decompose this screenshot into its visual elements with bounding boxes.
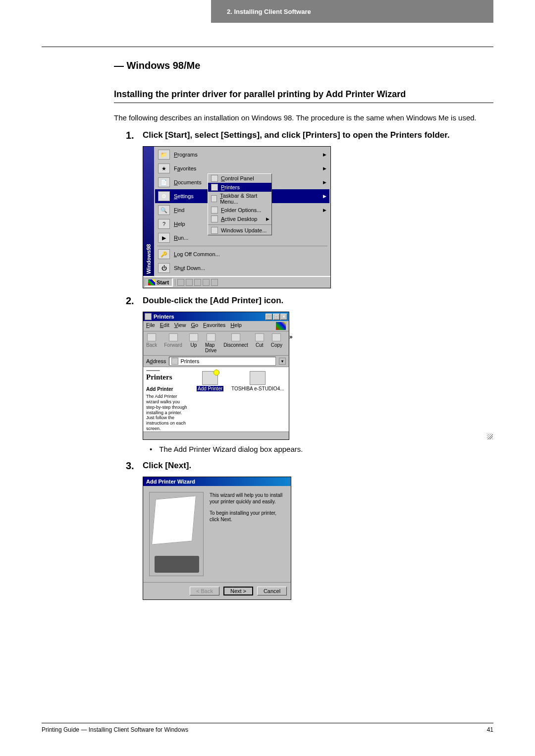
tray-icon[interactable] (203, 279, 210, 286)
start-button[interactable]: Start (144, 278, 173, 287)
control-panel-icon (211, 175, 218, 182)
back-button: < Back (190, 587, 219, 595)
address-folder-icon (171, 358, 178, 365)
start-button-label: Start (157, 279, 169, 285)
submenu-arrow-icon: ▶ (323, 166, 326, 171)
cancel-button[interactable]: Cancel (257, 587, 287, 595)
submenu-printers[interactable]: Printers (208, 183, 271, 192)
screenshot-start-menu: Windows98 📁Programs▶ ★Favorites▶ 📄Docume… (143, 146, 331, 288)
toolbar: Back Forward Up Map Drive Disconnect Cut… (143, 331, 289, 356)
address-value: Printers (180, 358, 199, 364)
submenu-control-panel-label: Control Panel (221, 175, 254, 181)
step-2: 2. Double-click the [Add Printer] icon. (126, 295, 493, 307)
address-dropdown-icon[interactable]: ▼ (279, 358, 286, 365)
menu-logoff[interactable]: 🔑Log Off Common... (155, 247, 329, 261)
rule-top (42, 47, 493, 47)
toolbar-copy-label: Copy (271, 342, 282, 348)
menubar: File Edit View Go Favorites Help (143, 321, 289, 331)
submenu-taskbar[interactable]: Taskbar & Start Menu... (208, 192, 271, 206)
submenu-folder-options[interactable]: Folder Options... (208, 206, 271, 215)
toolbar-cut-label: Cut (256, 342, 264, 348)
add-printer-icon-item[interactable]: Add Printer (197, 371, 223, 391)
taskbar-icon (211, 195, 217, 202)
toolbar-overflow-icon[interactable]: » (289, 333, 293, 353)
settings-submenu: Control Panel Printers Taskbar & Start M… (208, 173, 272, 235)
step-2-bullet-text: The Add Printer Wizard dialog box appear… (159, 445, 303, 453)
menu-programs[interactable]: 📁Programs▶ (155, 148, 329, 162)
toolbar-back[interactable]: Back (146, 333, 157, 353)
menu-edit[interactable]: Edit (160, 322, 169, 330)
taskbar: Start (143, 276, 330, 288)
menu-go[interactable]: Go (191, 322, 198, 330)
submenu-arrow-icon: ▶ (323, 208, 326, 213)
back-arrow-icon (147, 333, 156, 341)
next-button[interactable]: Next > (223, 587, 253, 595)
logoff-icon: 🔑 (158, 249, 170, 259)
step-1-text: Click [Start], select [Settings], and cl… (143, 130, 450, 141)
menu-documents-label: Documents (174, 179, 202, 185)
wizard-text: This wizard will help you to install you… (210, 492, 285, 576)
submenu-printers-label: Printers (221, 184, 240, 190)
toolbar-back-label: Back (146, 342, 157, 348)
copy-icon (272, 333, 281, 341)
disconnect-icon (231, 333, 240, 341)
run-icon: ▶ (158, 233, 170, 243)
resize-grip-icon[interactable] (487, 433, 493, 439)
address-input[interactable]: Printers (169, 357, 276, 366)
toolbar-cut[interactable]: Cut (255, 333, 264, 353)
printer-icon (250, 371, 266, 385)
help-icon: ? (158, 219, 170, 229)
tray-icon[interactable] (211, 279, 218, 286)
submenu-control-panel[interactable]: Control Panel (208, 174, 271, 183)
minimize-button[interactable]: _ (266, 314, 272, 320)
toolbar-copy[interactable]: Copy (271, 333, 282, 353)
menu-favorites-label: Favorites (174, 165, 196, 171)
menu-file[interactable]: File (146, 322, 155, 330)
menu-view[interactable]: View (174, 322, 186, 330)
menu-settings-label: Settings (174, 193, 194, 199)
active-desktop-icon (211, 216, 218, 222)
menu-favorites[interactable]: Favorites (203, 322, 225, 330)
tray-icon[interactable] (194, 279, 201, 286)
tray-icon[interactable] (177, 279, 184, 286)
status-bar (143, 432, 289, 439)
submenu-windows-update[interactable]: Windows Update... (208, 226, 271, 235)
submenu-active-desktop[interactable]: Active Desktop▶ (208, 215, 271, 223)
toolbar-up[interactable]: Up (189, 333, 198, 353)
tray-icon[interactable] (186, 279, 193, 286)
screenshot-add-printer-wizard: Add Printer Wizard This wizard will help… (143, 477, 291, 600)
menu-run-label: Run... (174, 235, 188, 241)
menu-find-label: Find (174, 207, 184, 213)
window-titlebar: Printers _ □ × (143, 312, 289, 321)
toshiba-printer-icon-item[interactable]: TOSHIBA e-STUDIO4... (231, 371, 284, 391)
menu-shutdown[interactable]: ⏻Shut Down... (155, 261, 329, 275)
map-drive-icon (207, 333, 215, 341)
window-title: Printers (154, 314, 174, 320)
toolbar-disconnect[interactable]: Disconnect (223, 333, 248, 353)
step-3: 3. Click [Next]. (126, 460, 493, 472)
maximize-button[interactable]: □ (273, 314, 280, 320)
selection-name: Add Printer (146, 386, 190, 392)
windows-logo-icon (276, 322, 286, 330)
toolbar-forward[interactable]: Forward (164, 333, 182, 353)
folder-contents: Add Printer TOSHIBA e-STUDIO4... (193, 367, 289, 432)
step-2-number: 2. (126, 295, 138, 307)
programs-icon: 📁 (158, 150, 170, 160)
wizard-line-1: This wizard will help you to install you… (210, 492, 285, 505)
quick-launch-tray (175, 279, 218, 286)
step-3-number: 3. (126, 460, 138, 472)
step-1: 1. Click [Start], select [Settings], and… (126, 130, 493, 141)
start-menu-banner: Windows98 (143, 147, 154, 276)
bullet-icon: • (150, 445, 152, 453)
step-3-text: Click [Next]. (143, 460, 191, 472)
step-2-bullet: • The Add Printer Wizard dialog box appe… (150, 445, 493, 453)
footer-left: Printing Guide — Installing Client Softw… (42, 726, 188, 733)
documents-icon: 📄 (158, 177, 170, 187)
submenu-taskbar-label: Taskbar & Start Menu... (220, 193, 268, 205)
windows-flag-icon (148, 279, 155, 285)
close-button[interactable]: × (280, 314, 287, 320)
toolbar-map-drive[interactable]: Map Drive (205, 333, 216, 353)
menu-help[interactable]: Help (230, 322, 242, 330)
toolbar-forward-label: Forward (164, 342, 182, 348)
up-folder-icon (189, 333, 198, 341)
